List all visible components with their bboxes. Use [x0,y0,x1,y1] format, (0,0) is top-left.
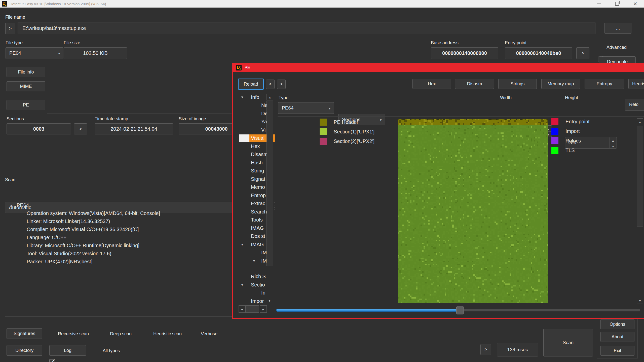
legend-swatch [551,128,558,135]
expander-icon[interactable]: ▼ [252,259,256,263]
chevron-down-icon [328,105,331,111]
tree-item[interactable]: ▼Sectio [237,281,275,289]
splitter-handle[interactable] [275,200,276,210]
viz-file-type-combo[interactable]: PE64 [278,102,334,114]
result-line[interactable]: Compiler: Microsoft Visual C/C++(19.36.3… [27,227,160,235]
heuristic-scan-label: Heuristic scan [153,331,182,337]
legend-label: Section(1)['UPX1'] [334,129,374,135]
tree-scroll-up-button[interactable] [267,94,273,100]
separator [47,113,232,114]
forward-button[interactable]: > [277,80,286,89]
exit-button[interactable]: Exit [600,346,634,356]
separator [278,116,644,117]
result-line[interactable]: Packer: UPX(4.02)[NRV,best] [27,259,160,267]
scan-options-arrow-button[interactable]: > [480,344,491,355]
sections-value[interactable]: 0003 [7,123,71,134]
scan-section-label: Scan [5,177,15,183]
tree-scroll-down-button[interactable] [266,297,273,304]
about-button[interactable]: About [600,332,634,342]
time-date-stamp-label: Time date stamp [95,116,128,122]
mime-button[interactable]: MIME [7,81,45,91]
viz-reload-button[interactable]: Relo [625,99,644,111]
tree-hscrollbar-thumb[interactable] [246,305,259,313]
file-path-input[interactable]: E:\writeup\bat3\mssetup.exe [18,22,595,34]
heuristic-button[interactable]: Heuris [628,79,644,89]
height-decrement-button[interactable] [610,143,616,149]
base-address-label: Base address [431,40,459,46]
expander-icon[interactable]: ▼ [241,95,244,99]
file-size-label: File size [64,40,80,46]
strings-button[interactable]: Strings [498,79,537,89]
close-button[interactable]: ✕ [632,0,639,7]
pe-dialog: De PE Reload < > Hex Disasm Strings Memo… [232,63,644,319]
log-button[interactable]: Log [49,345,86,356]
expander-icon[interactable]: ▼ [241,243,244,246]
file-info-button[interactable]: File info [7,67,45,77]
entry-point-arrow-button[interactable]: > [576,47,589,59]
scan-button[interactable]: Scan [543,329,593,356]
viz-zoom-slider-fill [276,309,457,312]
marker-legend: Entry point Import Relocs TLS [551,117,590,155]
legend-label: PE Header [334,119,358,125]
legend-swatch [320,119,327,126]
viz-scrollbar-thumb[interactable] [637,126,643,227]
viz-file-type-value: PE64 [282,105,293,111]
app-icon: De [2,1,7,7]
pe-dialog-title: PE [245,65,250,70]
height-label: Height [565,95,578,100]
file-open-arrow-button[interactable]: > [5,23,15,34]
recursive-scan-checkbox[interactable] [49,359,55,362]
minimize-button[interactable] [595,0,602,7]
result-lines: Operation system: Windows(Vista)[AMD64, … [27,210,160,267]
window-title: Detect It Easy v3.10 [Windows 10 Version… [10,2,106,6]
tree-item[interactable]: Rich S [237,273,275,281]
down-arrow-icon [638,298,641,303]
viz-scroll-down-button[interactable] [637,297,643,304]
down-arrow-icon [268,298,271,303]
entry-point-value[interactable]: 0000000140040be0 [505,47,572,59]
pe-dialog-icon: De [236,65,242,70]
file-size-value: 102.50 KiB [64,47,127,59]
pe-titlebar[interactable]: De PE [233,63,644,72]
chevron-down-icon [58,50,61,56]
result-line[interactable]: Tool: Visual Studio(2022 version 17.6) [27,251,160,259]
tree-item[interactable]: In [237,289,275,297]
hex-button[interactable]: Hex [412,79,451,89]
visualization-canvas [398,119,548,303]
reload-button[interactable]: Reload [238,79,264,90]
all-types-label: All types [103,348,120,353]
viz-zoom-slider-handle[interactable] [456,306,464,314]
memory-map-button[interactable]: Memory map [541,79,580,89]
legend-item: PE Header [320,117,374,127]
elapsed-time-value: 138 msec [497,343,538,356]
pe-button[interactable]: PE [7,100,45,110]
tree-scroll-left-button[interactable] [239,305,246,313]
result-line[interactable]: Language: C/C++ [27,235,160,243]
expander-icon[interactable]: ▼ [241,283,244,287]
disasm-button[interactable]: Disasm [455,79,494,89]
result-line[interactable]: Operation system: Windows(Vista)[AMD64, … [27,210,160,219]
signatures-button[interactable]: Signatures [7,328,42,339]
entropy-button[interactable]: Entropy [585,79,624,89]
tree-scroll-right-button[interactable] [260,305,267,313]
base-address-value[interactable]: 0000000140000000 [431,47,498,59]
legend-item: Relocs [551,136,590,146]
viz-scroll-up-button[interactable] [637,118,643,125]
legend-item: Section(2)['UPX2'] [320,136,374,146]
options-button[interactable]: Options [600,319,634,329]
type-label: Type [279,95,288,100]
back-button[interactable]: < [266,80,275,89]
browse-button[interactable]: ... [604,23,631,34]
file-type-combo[interactable]: PE64 [6,47,63,59]
result-line[interactable]: Linker: Microsoft Linker(14.36.32537) [27,219,160,227]
restore-button[interactable] [614,0,621,7]
legend-label: Entry point [565,119,590,125]
height-increment-button[interactable] [610,137,616,143]
directory-button[interactable]: Directory [7,345,42,356]
tree-scrollbar-thumb[interactable] [267,101,273,266]
result-expander-icon[interactable]: ▼ [10,204,13,208]
legend-swatch [551,147,558,154]
sections-arrow-button[interactable]: > [74,123,87,134]
result-root[interactable]: PE64 [17,202,29,210]
result-line[interactable]: Library: Microsoft C/C++ Runtime[Dynamic… [27,243,160,251]
